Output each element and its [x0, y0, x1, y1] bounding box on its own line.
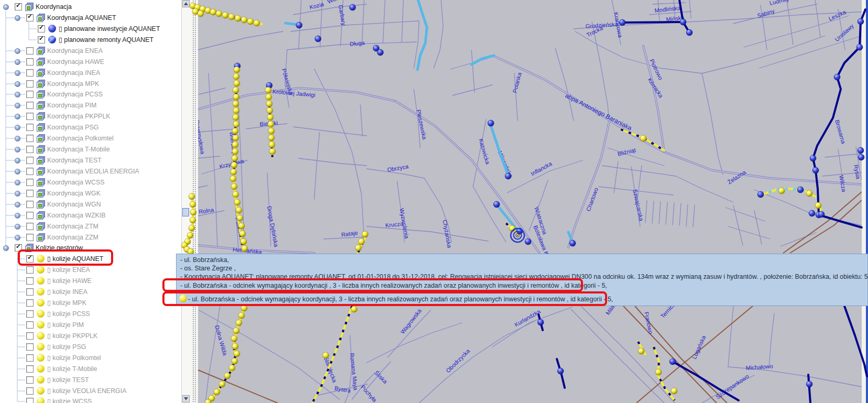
tree-node[interactable]: Koordynacja MPK: [0, 79, 181, 89]
scrollbar-thumb[interactable]: [182, 208, 189, 216]
layer-checkbox[interactable]: [26, 321, 34, 329]
layer-checkbox[interactable]: [26, 190, 34, 197]
tree-node[interactable]: Koordynacja WZKIB: [0, 210, 181, 221]
layer-checkbox[interactable]: [26, 343, 34, 351]
layer-checkbox[interactable]: [26, 157, 34, 164]
tree-node[interactable]: Koordynacja WGK: [0, 188, 181, 199]
tree-node[interactable]: ▯ kolizje PCSS: [0, 309, 181, 319]
layer-checkbox[interactable]: [26, 398, 34, 403]
expand-handle-icon[interactable]: [15, 147, 20, 153]
layer-checkbox[interactable]: [26, 354, 34, 362]
expand-handle-icon[interactable]: [15, 81, 20, 87]
scroll-down-button[interactable]: [182, 395, 190, 402]
layer-checkbox[interactable]: [26, 179, 34, 186]
layer-checkbox[interactable]: [26, 376, 34, 384]
tree-node[interactable]: Koordynacja T-Mobile: [0, 144, 181, 155]
layer-checkbox[interactable]: [26, 223, 34, 230]
layer-checkbox[interactable]: [26, 58, 34, 66]
tree-node[interactable]: ▯ kolizje ENEA: [0, 265, 181, 275]
layer-checkbox[interactable]: [26, 277, 34, 285]
tree-node[interactable]: Koordynacja TEST: [0, 155, 181, 166]
expand-handle-icon[interactable]: [15, 59, 20, 65]
layer-checkbox[interactable]: ✓: [15, 244, 22, 252]
tree-node[interactable]: ▯ kolizje PSG: [0, 342, 181, 352]
tree-node[interactable]: ▯ kolizje PKPPLK: [0, 331, 181, 341]
layer-checkbox[interactable]: [26, 310, 34, 318]
expand-handle-icon[interactable]: [15, 191, 20, 197]
layer-checkbox[interactable]: [26, 124, 34, 131]
tree-node[interactable]: Koordynacja ENEA: [0, 46, 181, 56]
layer-checkbox[interactable]: [26, 47, 34, 55]
expand-handle-icon[interactable]: [15, 70, 20, 76]
tree-node[interactable]: Koordynacja PKPPLK: [0, 111, 181, 122]
tree-vertical-scrollbar[interactable]: [181, 0, 190, 403]
layer-checkbox[interactable]: [26, 80, 34, 88]
expand-handle-icon[interactable]: [15, 136, 20, 141]
layer-checkbox[interactable]: [26, 102, 34, 109]
layer-checkbox[interactable]: ✓: [15, 3, 22, 10]
expand-handle-icon[interactable]: [15, 48, 20, 54]
tree-node[interactable]: ✓▯ planowane remonty AQUANET: [0, 35, 181, 45]
expand-handle-icon[interactable]: [15, 103, 20, 108]
expand-handle-icon[interactable]: [15, 224, 20, 230]
tree-node[interactable]: ✓▯ planowane inwestycje AQUANET: [0, 24, 181, 34]
tree-node[interactable]: ▯ kolizje WCSS: [0, 396, 181, 403]
tree-node[interactable]: Koordynacja HAWE: [0, 57, 181, 67]
tree-node[interactable]: ✓Kolizje gestorów: [0, 243, 181, 253]
tree-node[interactable]: Koordynacja INEA: [0, 68, 181, 78]
layer-checkbox[interactable]: [26, 234, 34, 241]
tree-node[interactable]: Koordynacja WCSS: [0, 177, 181, 188]
expand-handle-icon[interactable]: [15, 180, 20, 186]
expand-handle-icon[interactable]: [15, 158, 20, 164]
tree-node[interactable]: Koordynacja WGN: [0, 199, 181, 210]
tree-node[interactable]: Koordynacja VEOLIA ENERGIA: [0, 166, 181, 177]
tree-node[interactable]: Koordynacja ZTM: [0, 221, 181, 232]
layer-checkbox[interactable]: [26, 168, 34, 175]
tree-node[interactable]: ▯ kolizje PIM: [0, 320, 181, 330]
expand-handle-icon[interactable]: [15, 213, 20, 219]
expand-handle-icon[interactable]: [3, 245, 9, 251]
layer-checkbox[interactable]: [26, 332, 34, 340]
layer-checkbox[interactable]: [26, 201, 34, 208]
layer-checkbox[interactable]: [26, 69, 34, 77]
layer-checkbox[interactable]: [26, 135, 34, 142]
tree-node[interactable]: ▯ kolizje Polkomtel: [0, 353, 181, 363]
tree-node[interactable]: ✓Koordynacja: [0, 2, 181, 12]
tree-node[interactable]: Koordynacja PIM: [0, 100, 181, 111]
tree-node[interactable]: ✓Koordynacja AQUANET: [0, 13, 181, 23]
tree-node[interactable]: Koordynacja PSG: [0, 122, 181, 133]
expand-handle-icon[interactable]: [15, 114, 20, 119]
layer-checkbox[interactable]: [26, 266, 34, 274]
tree-node[interactable]: ▯ kolizje MPK: [0, 298, 181, 308]
expand-handle-icon[interactable]: [3, 4, 9, 10]
expand-handle-icon[interactable]: [15, 15, 20, 21]
tree-node[interactable]: Koordynacja ZZM: [0, 232, 181, 243]
layer-checkbox[interactable]: ✓: [26, 14, 34, 21]
layer-checkbox[interactable]: [26, 146, 34, 153]
tree-node[interactable]: Koordynacja PCSS: [0, 89, 181, 100]
layer-checkbox[interactable]: ✓: [38, 25, 45, 32]
split-pane-divider[interactable]: [190, 0, 198, 403]
tree-node[interactable]: ✓▯ kolizje AQUANET: [0, 254, 181, 264]
layer-checkbox[interactable]: [26, 288, 34, 296]
scroll-up-button[interactable]: [182, 0, 190, 7]
expand-handle-icon[interactable]: [15, 169, 20, 175]
layer-checkbox[interactable]: [26, 113, 34, 120]
tree-node[interactable]: ▯ kolizje VEOLIA ENERGIA: [0, 386, 181, 396]
expand-handle-icon[interactable]: [15, 125, 20, 130]
layer-checkbox[interactable]: [26, 91, 34, 98]
expand-handle-icon[interactable]: [15, 92, 20, 97]
layer-checkbox[interactable]: [26, 212, 34, 219]
expand-handle-icon[interactable]: [15, 235, 20, 241]
tree-node[interactable]: ▯ kolizje T-Mobile: [0, 364, 181, 374]
layer-checkbox[interactable]: [26, 299, 34, 307]
tree-node[interactable]: ▯ kolizje HAWE: [0, 276, 181, 286]
layer-checkbox[interactable]: [26, 365, 34, 373]
layer-checkbox[interactable]: ✓: [26, 255, 34, 263]
tree-node[interactable]: ▯ kolizje TEST: [0, 375, 181, 385]
layer-checkbox[interactable]: [26, 387, 34, 395]
tree-node[interactable]: Koordynacja Polkomtel: [0, 133, 181, 144]
layer-checkbox[interactable]: ✓: [38, 36, 45, 43]
expand-handle-icon[interactable]: [15, 202, 20, 208]
tree-node[interactable]: ▯ kolizje INEA: [0, 287, 181, 297]
